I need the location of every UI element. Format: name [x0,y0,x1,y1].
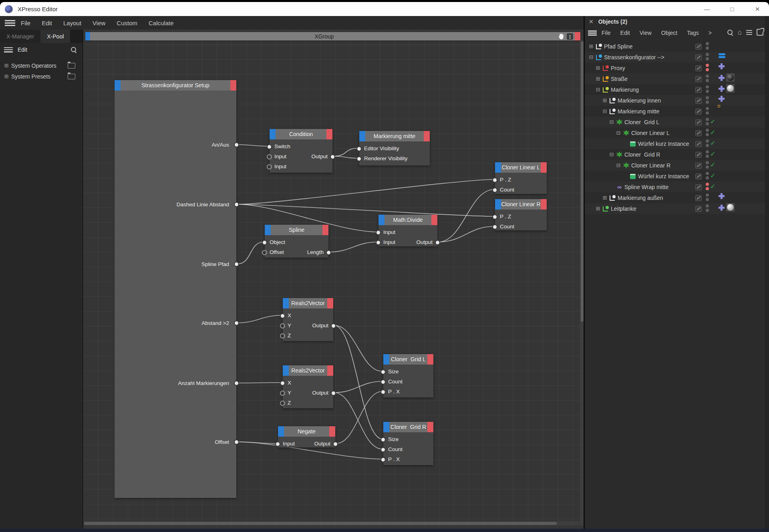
object-row-cloner-grid-l[interactable]: ⊟Cloner Grid L✓ [585,117,769,127]
edit-toggle-icon[interactable] [695,119,702,125]
output-port[interactable] [330,154,335,159]
object-row-strassenkonfigurator->[interactable]: ⊟Strassenkonfigurator --> [585,52,769,62]
visibility-dots[interactable] [706,129,709,136]
edit-toggle-icon[interactable] [695,206,702,212]
pool-item-system-presets[interactable]: ⊞System Presets [0,71,83,82]
maximize-button[interactable]: □ [726,2,738,16]
visibility-dots[interactable] [706,139,709,147]
output-port[interactable] [326,250,331,255]
tab-x-pool[interactable]: X-Pool [40,30,70,43]
input-port[interactable] [380,447,386,452]
enabled-check-icon[interactable]: ✓ [710,150,715,158]
xpresso-tag-icon[interactable] [719,52,725,58]
object-row-markierung-mitte[interactable]: ⊟Markierung mitte [585,106,769,117]
expand-icon[interactable]: ⊟ [608,119,615,125]
output-port[interactable] [234,381,239,386]
output-port[interactable] [331,323,336,328]
expand-icon[interactable]: ⊟ [615,130,622,136]
input-port[interactable] [376,240,381,245]
node-negate[interactable]: NegateInputOutput [278,426,335,447]
xgroup-header[interactable]: XGroup ↕ [85,32,580,40]
hamburger-icon[interactable] [4,47,13,52]
mograph-tag-icon[interactable] [719,63,725,69]
input-port[interactable] [280,323,285,328]
expand-icon[interactable]: ⊟ [595,87,601,93]
object-row-markierung[interactable]: ⊟Markierung [585,84,769,95]
object-row-würfel-kurz-instance[interactable]: Würfel kurz Instance✓ [585,171,769,181]
object-row-würfel-kurz-instance[interactable]: Würfel kurz Instance✓ [585,138,769,149]
menu-layout[interactable]: Layout [63,20,81,26]
node-clonerLR[interactable]: Cloner Linear RP . ZCount [495,199,547,230]
mograph-tag-icon[interactable] [719,205,725,211]
object-row-cloner-linear-r[interactable]: ⊟Cloner Linear R✓ [585,160,769,171]
expand-icon[interactable]: ⊞ [3,73,10,79]
expand-icon[interactable]: ⊞ [602,97,608,103]
enabled-check-icon[interactable]: ✓ [710,118,715,125]
node-r2vB[interactable]: Reals2VectorXYOutputZ [283,365,333,408]
menu-calculate[interactable]: Calculate [149,20,174,26]
minimize-button[interactable]: — [701,2,713,16]
node-r2vA[interactable]: Reals2VectorXYOutputZ [283,298,333,341]
enabled-check-icon[interactable]: ✓ [710,172,715,179]
visibility-dots[interactable] [706,118,709,125]
edit-toggle-icon[interactable] [695,163,702,169]
hamburger-icon[interactable] [5,20,15,26]
visibility-dots[interactable] [706,150,709,158]
input-port[interactable] [262,240,267,245]
input-port[interactable] [356,156,362,161]
edit-toggle-icon[interactable] [695,87,702,93]
object-row-leitplanke[interactable]: ⊞Leitplanke [585,203,769,214]
material-tag-icon[interactable] [726,84,735,93]
edit-label[interactable]: Edit [18,46,27,53]
object-row-pfad-spline[interactable]: ⊞Pfad Spline [585,41,769,52]
output-port[interactable] [234,142,239,147]
node-mmitte[interactable]: Markierung mitteEditor VisibilityRendere… [359,131,430,165]
search-icon[interactable] [70,46,77,53]
edit-toggle-icon[interactable] [695,44,702,50]
input-port[interactable] [267,164,272,169]
visibility-dots[interactable] [706,161,709,169]
input-port[interactable] [275,441,280,447]
updown-arrows-icon[interactable]: ↕ [567,33,573,40]
mograph-tag-icon-selected[interactable] [718,105,720,107]
input-port[interactable] [267,144,272,149]
enabled-check-icon[interactable]: ✓ [710,183,715,190]
enabled-check-icon[interactable]: ✓ [710,139,715,147]
menu-view[interactable]: View [93,20,105,26]
input-port[interactable] [380,437,386,442]
input-port[interactable] [262,250,267,255]
input-port[interactable] [280,333,285,339]
home-icon[interactable]: ⌂ [738,29,742,36]
input-port[interactable] [280,381,285,386]
visibility-dots[interactable] [706,42,709,50]
expand-icon[interactable]: ⊟ [588,54,594,60]
search-icon[interactable] [727,29,733,36]
input-port[interactable] [280,401,285,406]
output-port[interactable] [234,202,239,207]
mograph-tag-icon[interactable] [719,193,725,199]
input-port[interactable] [380,369,386,375]
expand-icon[interactable]: ⊞ [595,206,601,212]
object-row-straße[interactable]: ⊞Straße [585,73,769,84]
edit-toggle-icon[interactable] [695,130,702,136]
objects-menu-edit[interactable]: Edit [620,30,630,36]
mograph-tag-icon[interactable] [719,75,725,81]
horizontal-scrollbar[interactable] [83,521,580,526]
visibility-dots[interactable] [706,96,709,104]
node-spline[interactable]: SplineObjectOffsetLength [265,225,328,258]
edit-toggle-icon[interactable] [695,173,702,179]
enabled-check-icon[interactable]: ✓ [710,161,715,169]
enabled-check-icon[interactable]: ✓ [710,129,715,136]
visibility-dots[interactable] [706,85,709,93]
input-port[interactable] [492,187,497,193]
input-port[interactable] [380,379,386,385]
input-port[interactable] [492,214,497,220]
close-icon[interactable]: ✕ [589,18,594,25]
objects-scrollbar[interactable] [765,16,769,529]
object-row-cloner-linear-l[interactable]: ⊟Cloner Linear L✓ [585,127,769,138]
input-port[interactable] [492,224,497,230]
input-port[interactable] [267,154,272,159]
menu-custom[interactable]: Custom [117,20,137,26]
objects-menu-tags[interactable]: Tags [687,30,699,36]
material-tag-icon[interactable] [726,203,735,212]
